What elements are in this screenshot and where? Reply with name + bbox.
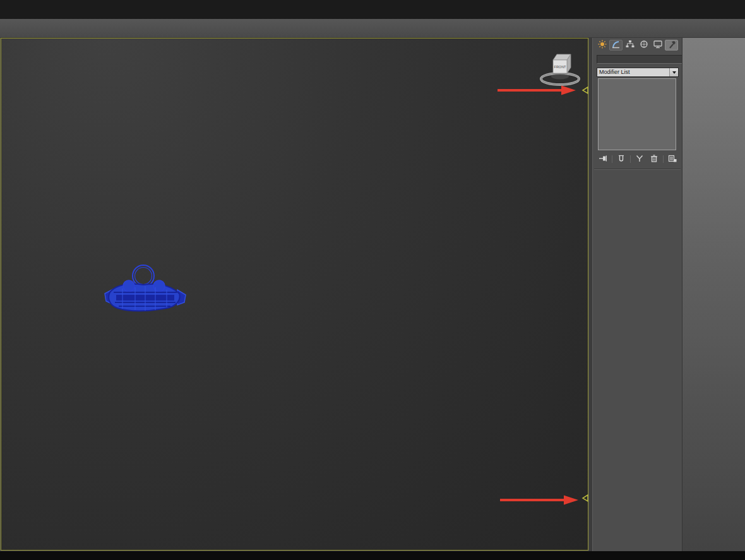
modifier-list-label: Modifier List [597, 68, 669, 76]
viewcube[interactable]: FRONT [536, 51, 584, 88]
bottom-bar [0, 551, 745, 560]
viewport-front[interactable]: FRONT [1, 38, 588, 551]
panel-divider [594, 169, 681, 170]
chevron-down-icon [672, 71, 676, 74]
viewcube-front-label: FRONT [554, 65, 567, 69]
show-end-result-icon [617, 155, 626, 164]
dropdown-arrow-button[interactable] [669, 68, 678, 76]
titlebar [0, 0, 745, 19]
tab-create[interactable] [595, 40, 609, 51]
right-side-area [682, 38, 745, 560]
toolbar-separator [630, 155, 631, 163]
viewport-edge-marker-upper [581, 86, 589, 95]
configure-modifier-sets-button[interactable] [667, 155, 679, 164]
make-unique-button[interactable] [633, 155, 645, 164]
scene-object-wireframe[interactable] [104, 262, 187, 315]
modifier-stack-toolbar [597, 154, 679, 164]
toolbar-separator [663, 155, 664, 163]
viewport-edge-marker-lower [581, 494, 589, 503]
tab-hierarchy[interactable] [623, 40, 636, 51]
modifier-list-dropdown[interactable]: Modifier List [597, 68, 679, 77]
pin-stack-button[interactable] [597, 155, 609, 164]
command-panel: Modifier List [592, 38, 682, 560]
tab-motion[interactable] [637, 40, 650, 51]
application-window: { "viewport": { "viewcube_label": "FRONT… [0, 0, 745, 560]
display-icon [653, 40, 663, 51]
tab-utilities[interactable] [665, 40, 678, 51]
command-panel-tabs [595, 40, 678, 51]
object-name-input[interactable] [597, 55, 684, 64]
create-icon [597, 40, 607, 51]
pin-stack-icon [599, 155, 607, 164]
toolbar-separator [612, 155, 612, 163]
remove-modifier-icon [650, 155, 659, 164]
toolbar-strip [0, 19, 745, 38]
annotation-arrow-lower [499, 493, 581, 507]
configure-modifier-sets-icon [668, 155, 677, 164]
show-end-result-button[interactable] [615, 155, 627, 164]
tab-display[interactable] [651, 40, 664, 51]
object-name-row [597, 55, 679, 64]
make-unique-icon [635, 155, 644, 164]
annotation-arrow-upper [496, 83, 578, 97]
object-top-circle [133, 265, 154, 287]
utilities-icon [667, 40, 677, 51]
motion-icon [639, 40, 649, 51]
tab-modify[interactable] [609, 40, 623, 51]
modify-icon [611, 40, 621, 51]
modifier-stack-list[interactable] [598, 78, 676, 150]
hierarchy-icon [625, 40, 635, 51]
remove-modifier-button[interactable] [648, 155, 660, 164]
